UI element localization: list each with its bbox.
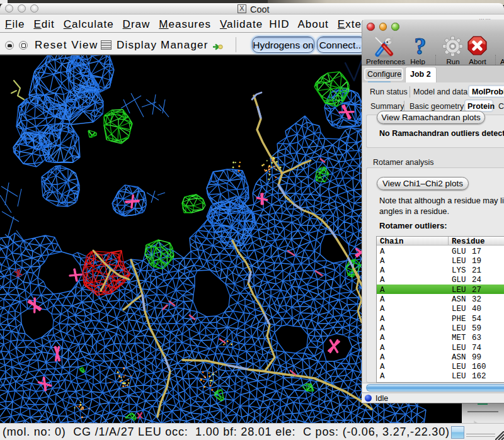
svg-text:?: ? [415, 35, 427, 59]
